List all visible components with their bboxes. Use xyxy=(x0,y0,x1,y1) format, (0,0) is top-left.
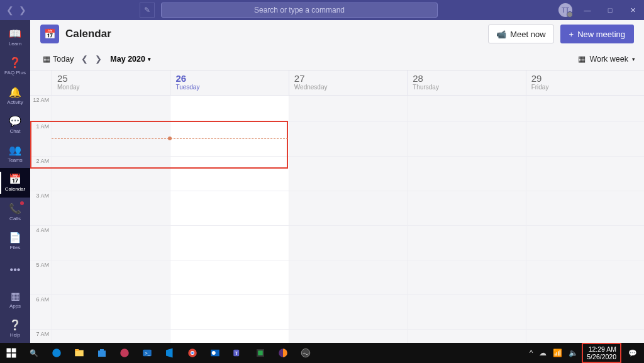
learn-icon: 📖 xyxy=(9,28,21,40)
bell-icon: 🔔 xyxy=(9,86,21,98)
chevron-down-icon: ▾ xyxy=(148,56,151,62)
maximize-button[interactable]: □ xyxy=(599,0,621,20)
chat-icon: 💬 xyxy=(9,115,21,127)
nav-back-forward: ❮ ❯ xyxy=(0,5,26,15)
hour-label: 3 AM xyxy=(30,191,52,225)
hour-row[interactable]: 6 AM xyxy=(30,295,644,330)
next-button[interactable]: ❯ xyxy=(91,54,105,64)
hour-label: 5 AM xyxy=(30,260,52,294)
hour-row[interactable]: 4 AM xyxy=(30,226,644,260)
taskbar-powershell[interactable]: >_ xyxy=(136,343,158,363)
taskbar-app-2[interactable] xyxy=(249,343,272,363)
svg-point-9 xyxy=(120,349,129,357)
minimize-button[interactable]: ― xyxy=(576,0,599,20)
calendar-toolbar: ▦ Today ❮ ❯ May 2020 ▾ ▦ Work week ▾ xyxy=(30,48,644,70)
page-header: 📅 Calendar 📹 Meet now + New meeting xyxy=(30,20,644,48)
teams-icon: 👥 xyxy=(9,144,21,156)
taskbar-outlook[interactable] xyxy=(204,343,226,363)
video-icon: 📹 xyxy=(496,30,506,39)
taskbar-app-3[interactable] xyxy=(294,343,317,363)
svg-rect-21 xyxy=(258,350,263,355)
calendar-grid[interactable]: 12 AM 1 AM 2 AM 3 AM 4 AM xyxy=(30,96,644,343)
faq-icon: ❓ xyxy=(9,57,21,69)
app-rail: 📖Learn ❓FAQ Plus 🔔Activity 💬Chat 👥Teams … xyxy=(0,20,30,343)
day-header[interactable]: 28 Thursday xyxy=(407,70,525,95)
rail-faqplus[interactable]: ❓FAQ Plus xyxy=(0,52,30,81)
compose-icon[interactable]: ✎ xyxy=(140,3,155,18)
system-tray[interactable]: ^ ☁ 📶 🔈 xyxy=(526,349,582,357)
hour-row[interactable]: 2 AM xyxy=(30,157,644,191)
rail-chat[interactable]: 💬Chat xyxy=(0,110,30,139)
svg-text:>_: >_ xyxy=(145,350,150,356)
apps-icon: ▦ xyxy=(11,290,20,302)
search-input[interactable]: Search or type a command xyxy=(161,3,438,18)
svg-rect-7 xyxy=(98,350,106,357)
rail-calls[interactable]: 📞Calls xyxy=(0,198,30,226)
forward-icon[interactable]: ❯ xyxy=(19,5,26,15)
plus-icon: + xyxy=(569,30,574,39)
today-button[interactable]: ▦ Today xyxy=(39,52,77,66)
rail-calendar[interactable]: 📅Calendar xyxy=(0,168,30,197)
hour-row[interactable]: 3 AM xyxy=(30,191,644,226)
day-header[interactable]: 29 Friday xyxy=(526,70,644,95)
svg-marker-12 xyxy=(166,349,173,358)
hour-row[interactable]: 7 AM xyxy=(30,330,644,343)
titlebar: ❮ ❯ ✎ Search or type a command TT ― □ ✕ xyxy=(0,0,644,20)
hour-label: 12 AM xyxy=(30,96,52,121)
taskbar-edge[interactable] xyxy=(45,343,68,363)
hour-label: 7 AM xyxy=(30,330,52,343)
svg-rect-2 xyxy=(7,354,11,358)
rail-learn[interactable]: 📖Learn xyxy=(0,23,30,52)
meet-now-button[interactable]: 📹 Meet now xyxy=(488,25,553,43)
rail-activity[interactable]: 🔔Activity xyxy=(0,81,30,110)
day-header[interactable]: 25 Monday xyxy=(52,70,170,95)
svg-rect-0 xyxy=(7,349,11,353)
svg-rect-1 xyxy=(12,349,16,353)
day-header[interactable]: 27 Wednesday xyxy=(289,70,407,95)
taskbar-chrome[interactable] xyxy=(181,343,204,363)
taskbar-search[interactable]: 🔍 xyxy=(23,343,45,363)
close-button[interactable]: ✕ xyxy=(621,0,644,20)
taskbar-teams[interactable]: T xyxy=(226,343,249,363)
taskbar-explorer[interactable] xyxy=(68,343,91,363)
taskbar-clock[interactable]: 12:29 AM 5/26/2020 xyxy=(582,343,621,363)
new-meeting-button[interactable]: + New meeting xyxy=(560,25,634,43)
svg-point-15 xyxy=(191,352,194,354)
view-picker[interactable]: ▦ Work week ▾ xyxy=(578,54,635,64)
rail-help[interactable]: ❔Help xyxy=(0,314,30,343)
taskbar-app-1[interactable] xyxy=(113,343,136,363)
start-button[interactable] xyxy=(0,343,23,363)
rail-files[interactable]: 📄Files xyxy=(0,226,30,255)
rail-apps[interactable]: ▦Apps xyxy=(0,284,30,313)
hour-row[interactable]: 5 AM xyxy=(30,260,644,295)
tray-network-icon[interactable]: 📶 xyxy=(553,349,562,357)
tray-volume-icon[interactable]: 🔈 xyxy=(569,349,578,357)
rail-teams[interactable]: 👥Teams xyxy=(0,139,30,168)
more-icon: ••• xyxy=(10,264,21,276)
taskbar-vscode[interactable] xyxy=(158,343,181,363)
taskbar-store[interactable] xyxy=(91,343,113,363)
calendar-icon: 📅 xyxy=(9,173,21,185)
day-header-today[interactable]: 26 Tuesday xyxy=(170,70,288,95)
windows-taskbar: 🔍 >_ T ^ ☁ 📶 🔈 12:29 AM 5/26/2020 💬 xyxy=(0,343,644,363)
hour-row[interactable]: 12 AM xyxy=(30,96,644,122)
svg-point-23 xyxy=(301,349,310,357)
hour-row[interactable]: 1 AM xyxy=(30,122,644,157)
back-icon[interactable]: ❮ xyxy=(6,5,14,15)
page-title: Calendar xyxy=(65,28,111,40)
svg-rect-3 xyxy=(12,354,16,358)
taskbar-firefox[interactable] xyxy=(272,343,294,363)
prev-button[interactable]: ❮ xyxy=(77,54,91,64)
rail-more[interactable]: ••• xyxy=(0,255,30,284)
action-center-button[interactable]: 💬 xyxy=(621,343,644,363)
avatar[interactable]: TT xyxy=(558,3,572,17)
tray-chevron-icon[interactable]: ^ xyxy=(530,349,533,357)
svg-rect-8 xyxy=(100,349,104,351)
hour-label: 4 AM xyxy=(30,226,52,260)
hour-label: 1 AM xyxy=(30,122,52,156)
phone-icon: 📞 xyxy=(9,203,21,215)
tray-onedrive-icon[interactable]: ☁ xyxy=(539,349,547,357)
month-picker[interactable]: May 2020 ▾ xyxy=(110,55,151,64)
svg-text:T: T xyxy=(235,350,238,356)
calendar-hero-icon: 📅 xyxy=(40,25,59,43)
